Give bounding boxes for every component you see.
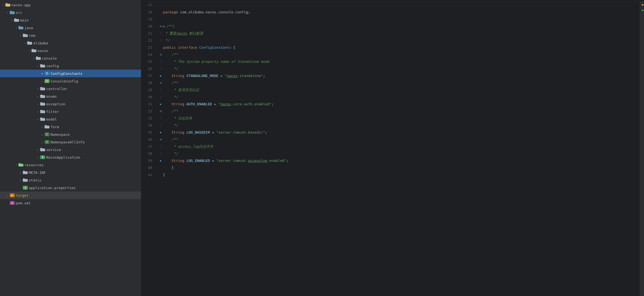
arrow-nacos[interactable] (27, 49, 32, 52)
class-namespaceallinfo-icon: C (45, 140, 49, 144)
folder-src-icon (10, 11, 15, 14)
tree-item-enums[interactable]: enums (0, 92, 141, 100)
arrow-controller[interactable] (36, 87, 40, 90)
arrow-alibaba[interactable] (23, 42, 27, 45)
svg-rect-30 (45, 125, 47, 126)
folder-static-icon (23, 178, 28, 182)
tree-item-exception[interactable]: exception (0, 100, 141, 108)
arrow-enums[interactable] (36, 95, 40, 98)
fold-22: │ (159, 37, 163, 44)
code-text-38: */ (163, 150, 640, 157)
main-label: main (20, 18, 29, 22)
tree-item-pom[interactable]: m pom.xml (0, 199, 141, 207)
code-line-32: ⊟ /** (159, 108, 640, 115)
folder-controller-icon (40, 87, 45, 91)
arrow-META-INF[interactable] (18, 171, 23, 174)
arrow-NamespaceAllInfo[interactable] (40, 141, 45, 144)
folder-icon (5, 3, 10, 7)
code-text-25: * The System property name of Standalone… (163, 58, 640, 65)
line-num-39: 39 (141, 157, 152, 164)
config-label: config (46, 64, 59, 68)
code-editor[interactable]: 17 18 19 20 21 22 23 24 25 26 27 28 29 3… (141, 0, 644, 296)
tree-item-form[interactable]: form (0, 123, 141, 131)
fold-32[interactable]: ⊟ (159, 108, 163, 115)
code-line-17 (159, 2, 640, 9)
line-num-32: 32 (141, 108, 152, 115)
fold-35[interactable]: ▶ (159, 129, 163, 136)
tree-item-NacosApplication[interactable]: A NacosApplication (0, 153, 141, 161)
static-label: static (29, 178, 42, 182)
svg-rect-20 (40, 87, 42, 88)
arrow-config[interactable] (36, 64, 40, 67)
tree-item-java[interactable]: java (0, 24, 141, 32)
tree-item-controller[interactable]: controller (0, 85, 141, 92)
line-num-28: 28 (141, 79, 152, 87)
tree-item-ConsoleConfig[interactable]: C ConsoleConfig (0, 77, 141, 85)
file-tree[interactable]: nacos-app src main java (0, 0, 141, 296)
pom-icon: m (10, 201, 15, 205)
arrow-model[interactable] (36, 118, 40, 121)
code-text-41: } (163, 171, 640, 178)
tree-item-src[interactable]: src (0, 9, 141, 16)
arrow-NacosApplication[interactable] (36, 156, 40, 159)
fold-33: │ (159, 115, 163, 122)
fold-28[interactable]: ⊟ (159, 79, 163, 87)
props-icon: ⚙ (23, 186, 28, 190)
folder-exception-icon (40, 102, 45, 106)
arrow-com[interactable] (18, 34, 23, 37)
fold-25: │ (159, 58, 163, 65)
tree-item-config[interactable]: config (0, 62, 141, 70)
folder-meta-icon (23, 171, 28, 174)
arrow-java[interactable] (14, 26, 18, 29)
code-line-30: │ */ (159, 94, 640, 101)
tree-item-alibaba[interactable]: alibaba (0, 39, 141, 47)
model-label: model (46, 117, 57, 121)
tree-item-filter[interactable]: filter (0, 108, 141, 115)
svg-rect-34 (18, 163, 21, 164)
tree-item-console[interactable]: console (0, 54, 141, 62)
tree-item-nacos-app[interactable]: nacos-app (0, 1, 141, 9)
arrow-service[interactable] (36, 148, 40, 151)
arrow-main[interactable] (10, 19, 14, 22)
fold-27[interactable]: ▶ (159, 72, 163, 79)
tree-item-service[interactable]: service (0, 146, 141, 153)
tree-item-NamespaceAllInfo[interactable]: C NamespaceAllInfo (0, 138, 141, 146)
alibaba-label: alibaba (33, 41, 48, 45)
fold-26: │ (159, 65, 163, 72)
arrow-exception[interactable] (36, 103, 40, 106)
line-num-23: 23 (141, 44, 152, 51)
fold-39[interactable]: ▶ (159, 157, 163, 164)
tree-item-static[interactable]: static (0, 176, 141, 184)
tree-item-com[interactable]: com (0, 32, 141, 39)
fold-24[interactable]: ⊟ (159, 51, 163, 58)
arrow-ConsoleConfig[interactable] (40, 80, 45, 83)
tree-item-META-INF[interactable]: META-INF (0, 169, 141, 176)
arrow-filter[interactable] (36, 110, 40, 113)
fold-31[interactable]: ▶ (159, 101, 163, 108)
line-num-27: 27 (141, 72, 152, 79)
tree-item-model[interactable]: model (0, 115, 141, 123)
arrow-resources[interactable] (14, 164, 18, 166)
arrow-ConfigConstants[interactable] (40, 72, 45, 75)
tree-item-nacos[interactable]: nacos (0, 47, 141, 54)
arrow-nacos-app[interactable] (1, 4, 5, 7)
tree-item-application-properties[interactable]: ⚙ application.properties (0, 184, 141, 192)
arrow-static[interactable] (18, 179, 23, 182)
arrow-target[interactable] (5, 194, 10, 197)
fold-36[interactable]: ⊟ (159, 136, 163, 143)
fold-20[interactable]: ⊟ (159, 23, 163, 30)
code-text-30: */ (163, 94, 640, 101)
tree-item-main[interactable]: main (0, 16, 141, 24)
arrow-console[interactable] (32, 57, 36, 60)
tree-item-resources[interactable]: resources (0, 161, 141, 169)
code-text-21: * 覆盖nacos 默认配置 (163, 30, 640, 37)
code-content[interactable]: package com.alibaba.nacos.console.config… (155, 2, 640, 296)
tree-item-target[interactable]: ▶ target (0, 192, 141, 199)
arrow-src[interactable] (5, 11, 10, 14)
folder-alibaba-icon (27, 41, 32, 45)
arrow-Namespace[interactable] (40, 133, 45, 136)
target-label: target (16, 193, 29, 198)
tree-item-ConfigConstants[interactable]: I ConfigConstants (0, 70, 141, 77)
tree-item-Namespace[interactable]: C Namespace (0, 131, 141, 138)
arrow-form[interactable] (40, 125, 45, 128)
